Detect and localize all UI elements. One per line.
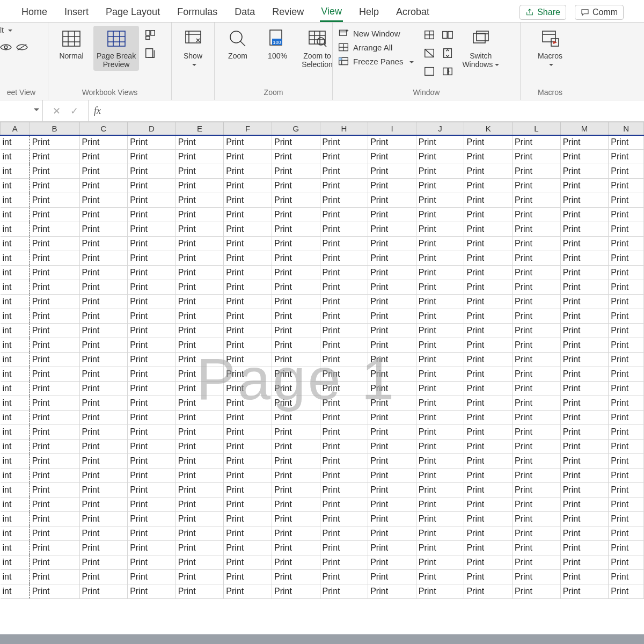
cell[interactable]: Print bbox=[513, 411, 561, 425]
fx-icon[interactable]: fx bbox=[89, 105, 106, 116]
cell[interactable]: int bbox=[1, 512, 30, 526]
column-header[interactable]: M bbox=[560, 122, 609, 135]
cell[interactable]: Print bbox=[224, 425, 272, 440]
cell[interactable]: Print bbox=[224, 367, 272, 382]
cell[interactable]: Print bbox=[609, 440, 644, 454]
cell[interactable]: Print bbox=[79, 208, 128, 222]
cell[interactable]: Print bbox=[513, 497, 561, 512]
cell[interactable]: Print bbox=[513, 150, 561, 164]
cell[interactable]: Print bbox=[368, 382, 416, 396]
cell[interactable]: Print bbox=[79, 411, 128, 425]
cell[interactable]: Print bbox=[464, 396, 513, 411]
cell[interactable]: Print bbox=[368, 411, 416, 425]
cell[interactable]: Print bbox=[609, 222, 644, 237]
cell[interactable]: Print bbox=[416, 396, 464, 411]
cell[interactable]: Print bbox=[30, 396, 79, 411]
cell[interactable]: Print bbox=[320, 570, 368, 584]
cell[interactable]: Print bbox=[224, 512, 272, 526]
page-layout-button[interactable] bbox=[143, 28, 157, 42]
cell[interactable]: Print bbox=[320, 353, 368, 367]
cell[interactable]: Print bbox=[560, 440, 609, 454]
cell[interactable]: Print bbox=[224, 135, 272, 150]
cell[interactable]: Print bbox=[224, 280, 272, 295]
cell[interactable]: Print bbox=[272, 454, 320, 469]
cell[interactable]: Print bbox=[609, 367, 644, 382]
cell[interactable]: Print bbox=[416, 135, 464, 150]
cell[interactable]: int bbox=[1, 150, 30, 164]
reset-position-button[interactable] bbox=[441, 64, 455, 78]
cell[interactable]: Print bbox=[175, 324, 224, 338]
cell[interactable]: Print bbox=[128, 324, 176, 338]
cell[interactable]: Print bbox=[79, 425, 128, 440]
cell[interactable]: Print bbox=[416, 411, 464, 425]
cell[interactable]: Print bbox=[175, 367, 224, 382]
cell[interactable]: Print bbox=[224, 237, 272, 251]
comments-button[interactable]: Comm bbox=[575, 5, 624, 20]
formula-input[interactable] bbox=[106, 100, 644, 121]
hide-button[interactable] bbox=[422, 46, 436, 60]
cell[interactable]: Print bbox=[272, 150, 320, 164]
cell[interactable]: Print bbox=[609, 396, 644, 411]
cell[interactable]: Print bbox=[175, 570, 224, 584]
cell[interactable]: Print bbox=[320, 425, 368, 440]
cell[interactable]: int bbox=[1, 454, 30, 469]
cell[interactable]: Print bbox=[513, 280, 561, 295]
cell[interactable]: Print bbox=[609, 324, 644, 338]
cell[interactable]: Print bbox=[30, 497, 79, 512]
cell[interactable]: Print bbox=[416, 584, 464, 599]
cell[interactable]: Print bbox=[464, 237, 513, 251]
cell[interactable]: Print bbox=[128, 483, 176, 497]
macros-dropdown[interactable]: Macros bbox=[532, 26, 568, 71]
cell[interactable]: Print bbox=[175, 454, 224, 469]
cell[interactable]: Print bbox=[609, 425, 644, 440]
cell[interactable]: Print bbox=[416, 237, 464, 251]
cell[interactable]: Print bbox=[560, 164, 609, 179]
cell[interactable]: int bbox=[1, 440, 30, 454]
cell[interactable]: Print bbox=[368, 251, 416, 266]
cell[interactable]: Print bbox=[272, 469, 320, 483]
cell[interactable]: Print bbox=[560, 338, 609, 353]
zoom-button[interactable]: Zoom bbox=[220, 26, 255, 62]
cell[interactable]: Print bbox=[128, 164, 176, 179]
cell[interactable]: Print bbox=[416, 309, 464, 324]
cell[interactable]: Print bbox=[513, 570, 561, 584]
cell[interactable]: Print bbox=[609, 454, 644, 469]
cell[interactable]: Print bbox=[416, 526, 464, 541]
cell[interactable]: Print bbox=[30, 353, 79, 367]
cell[interactable]: Print bbox=[175, 193, 224, 208]
cell[interactable]: Print bbox=[464, 338, 513, 353]
cell[interactable]: Print bbox=[320, 309, 368, 324]
cell[interactable]: Print bbox=[609, 179, 644, 193]
cell[interactable]: Print bbox=[560, 425, 609, 440]
cell[interactable]: Print bbox=[30, 367, 79, 382]
cell[interactable]: Print bbox=[30, 411, 79, 425]
cell[interactable]: Print bbox=[416, 164, 464, 179]
cell[interactable]: Print bbox=[30, 440, 79, 454]
cell[interactable]: Print bbox=[224, 555, 272, 570]
cell[interactable]: Print bbox=[30, 208, 79, 222]
cell[interactable]: Print bbox=[464, 411, 513, 425]
cell[interactable]: Print bbox=[560, 135, 609, 150]
cell[interactable]: Print bbox=[513, 584, 561, 599]
cell[interactable]: Print bbox=[175, 512, 224, 526]
cell[interactable]: Print bbox=[320, 208, 368, 222]
cell[interactable]: Print bbox=[464, 353, 513, 367]
cell[interactable]: Print bbox=[272, 353, 320, 367]
cell[interactable]: Print bbox=[79, 367, 128, 382]
cell[interactable]: Print bbox=[30, 382, 79, 396]
cell[interactable]: Print bbox=[368, 555, 416, 570]
cell[interactable]: Print bbox=[513, 338, 561, 353]
cell[interactable]: Print bbox=[224, 164, 272, 179]
cell[interactable]: Print bbox=[609, 164, 644, 179]
column-header[interactable]: N bbox=[609, 122, 644, 135]
cell[interactable]: Print bbox=[175, 309, 224, 324]
cell[interactable]: Print bbox=[320, 483, 368, 497]
cell[interactable]: Print bbox=[79, 295, 128, 309]
cell[interactable]: int bbox=[1, 266, 30, 280]
cell[interactable]: Print bbox=[175, 382, 224, 396]
cell[interactable]: Print bbox=[464, 266, 513, 280]
cell[interactable]: Print bbox=[513, 295, 561, 309]
cell[interactable]: Print bbox=[609, 338, 644, 353]
cell[interactable]: Print bbox=[464, 584, 513, 599]
cell[interactable]: Print bbox=[513, 526, 561, 541]
